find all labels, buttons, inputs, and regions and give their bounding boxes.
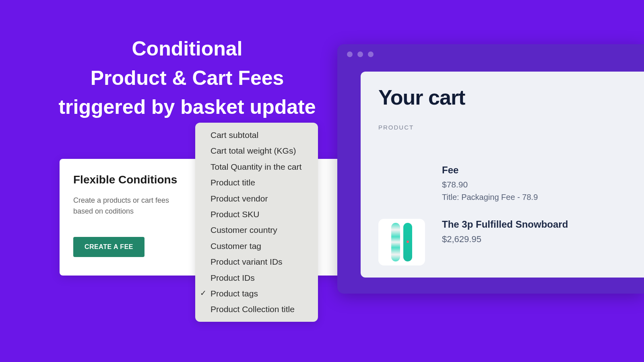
dropdown-option[interactable]: Cart subtotal: [195, 127, 318, 143]
dropdown-option-label: Product tags: [211, 289, 258, 298]
dropdown-option-label: Cart subtotal: [211, 130, 258, 140]
product-info: The 3p Fulfilled Snowboard $2,629.95: [442, 219, 568, 245]
dropdown-option-label: Product vendor: [211, 194, 268, 203]
create-fee-button[interactable]: CREATE A FEE: [73, 237, 144, 257]
conditions-description: Create a products or cart fees based on …: [73, 195, 186, 217]
cart-panel: Your cart PRODUCT Fee $78.90 Title: Pack…: [361, 72, 644, 278]
product-price: $2,629.95: [442, 234, 568, 245]
dropdown-option[interactable]: Product IDs: [195, 270, 318, 286]
window-dot-icon: [357, 51, 363, 57]
dropdown-option[interactable]: Total Quantity in the cart: [195, 159, 318, 175]
dropdown-option-label: Product SKU: [211, 210, 259, 219]
dropdown-option[interactable]: Customer country: [195, 222, 318, 238]
window-dot-icon: [368, 51, 374, 57]
dropdown-option-label: Product title: [211, 178, 255, 187]
dropdown-option-label: Product variant IDs: [211, 257, 283, 266]
dropdown-option[interactable]: Customer tag: [195, 238, 318, 254]
dropdown-option[interactable]: Product SKU: [195, 206, 318, 222]
dropdown-option[interactable]: Product title: [195, 175, 318, 190]
snowboard-icon: [403, 223, 412, 261]
dropdown-option[interactable]: ✓Product tags: [195, 286, 318, 301]
snowboard-icon: [391, 223, 400, 261]
product-line-item: The 3p Fulfilled Snowboard $2,629.95: [378, 219, 626, 265]
fee-subtitle: Title: Packaging Fee - 78.9: [442, 193, 626, 202]
condition-type-dropdown[interactable]: Cart subtotalCart total weight (KGs)Tota…: [195, 123, 318, 322]
window-titlebar: [337, 44, 644, 64]
dropdown-option[interactable]: Product Collection title: [195, 301, 318, 317]
headline-line-1: Conditional: [30, 34, 344, 64]
dropdown-option[interactable]: Product variant IDs: [195, 254, 318, 269]
window-dot-icon: [347, 51, 353, 57]
dropdown-option-label: Cart total weight (KGs): [211, 146, 296, 155]
dropdown-option-label: Customer tag: [211, 241, 261, 251]
dropdown-option-label: Product Collection title: [211, 304, 295, 314]
check-icon: ✓: [200, 288, 206, 299]
headline-line-3: triggered by basket update: [30, 93, 344, 122]
hero-headline: Conditional Product & Cart Fees triggere…: [30, 34, 344, 122]
dropdown-option[interactable]: Cart total weight (KGs): [195, 143, 318, 158]
product-name: The 3p Fulfilled Snowboard: [442, 219, 568, 230]
fee-title: Fee: [442, 165, 626, 176]
product-column-label: PRODUCT: [378, 124, 626, 131]
fee-price: $78.90: [442, 180, 626, 189]
dropdown-option[interactable]: Product vendor: [195, 191, 318, 206]
fee-line-item: Fee $78.90 Title: Packaging Fee - 78.9: [442, 165, 626, 202]
headline-line-2: Product & Cart Fees: [30, 64, 344, 93]
dropdown-option-label: Total Quantity in the cart: [211, 162, 301, 171]
browser-window: Your cart PRODUCT Fee $78.90 Title: Pack…: [337, 44, 644, 294]
product-thumbnail: [378, 219, 425, 265]
dropdown-option-label: Customer country: [211, 225, 277, 234]
cart-heading: Your cart: [378, 85, 626, 109]
dropdown-option-label: Product IDs: [211, 273, 255, 282]
